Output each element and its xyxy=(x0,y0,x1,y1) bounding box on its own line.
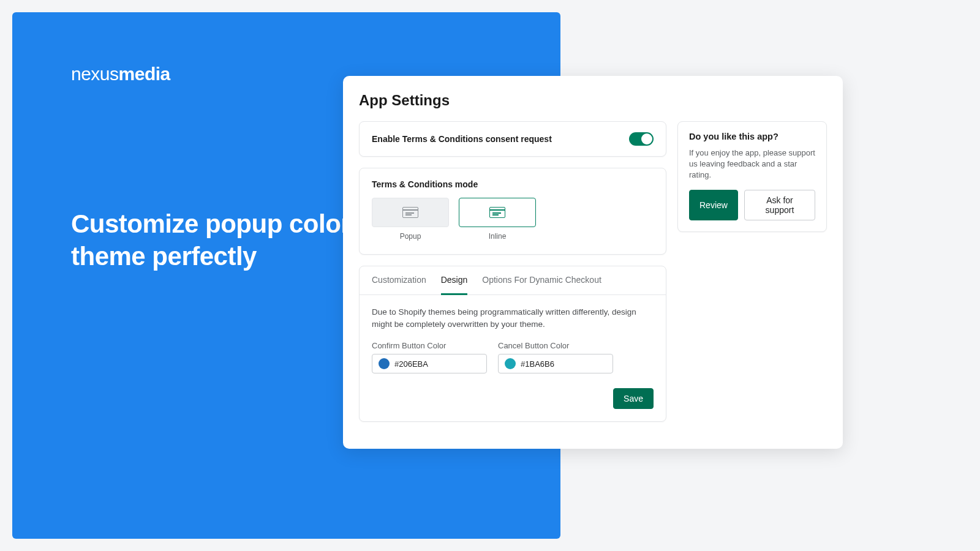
brand-part1: nexus xyxy=(71,64,119,84)
confirm-color-label: Confirm Button Color xyxy=(372,341,487,350)
mode-panel: Terms & Conditions mode Popup Inline xyxy=(359,168,666,255)
tab-customization[interactable]: Customization xyxy=(372,266,426,295)
enable-panel: Enable Terms & Conditions consent reques… xyxy=(359,121,666,157)
settings-card: App Settings Enable Terms & Conditions c… xyxy=(343,76,843,449)
window-icon xyxy=(459,198,536,227)
confirm-color-value: #206EBA xyxy=(394,359,428,369)
tabs: Customization Design Options For Dynamic… xyxy=(360,266,666,295)
review-text: If you enjoy the app, please support us … xyxy=(689,148,815,181)
review-panel: Do you like this app? If you enjoy the a… xyxy=(677,121,827,232)
review-title: Do you like this app? xyxy=(689,132,815,141)
enable-consent-toggle[interactable] xyxy=(629,132,654,146)
color-swatch-icon xyxy=(505,358,516,369)
cancel-color-value: #1BA6B6 xyxy=(521,359,554,369)
brand-part2: media xyxy=(119,64,170,84)
ask-support-button[interactable]: Ask for support xyxy=(744,190,815,220)
tab-design[interactable]: Design xyxy=(441,266,468,295)
save-button[interactable]: Save xyxy=(613,388,654,409)
page-title: App Settings xyxy=(359,92,827,109)
cancel-color-label: Cancel Button Color xyxy=(498,341,613,350)
window-icon xyxy=(372,198,449,227)
review-button[interactable]: Review xyxy=(689,190,738,220)
mode-option-inline[interactable]: Inline xyxy=(459,198,536,241)
mode-option-label: Inline xyxy=(459,232,536,241)
tab-options-dynamic-checkout[interactable]: Options For Dynamic Checkout xyxy=(482,266,601,295)
design-panel: Customization Design Options For Dynamic… xyxy=(359,266,666,422)
mode-option-popup[interactable]: Popup xyxy=(372,198,449,241)
cancel-color-input[interactable]: #1BA6B6 xyxy=(498,354,613,373)
color-swatch-icon xyxy=(379,358,390,369)
brand-logo: nexusmedia xyxy=(71,64,170,84)
mode-option-label: Popup xyxy=(372,232,449,241)
design-note: Due to Shopify themes being programmatic… xyxy=(372,306,654,330)
confirm-color-input[interactable]: #206EBA xyxy=(372,354,487,373)
enable-consent-label: Enable Terms & Conditions consent reques… xyxy=(372,134,552,144)
mode-title: Terms & Conditions mode xyxy=(372,179,654,189)
